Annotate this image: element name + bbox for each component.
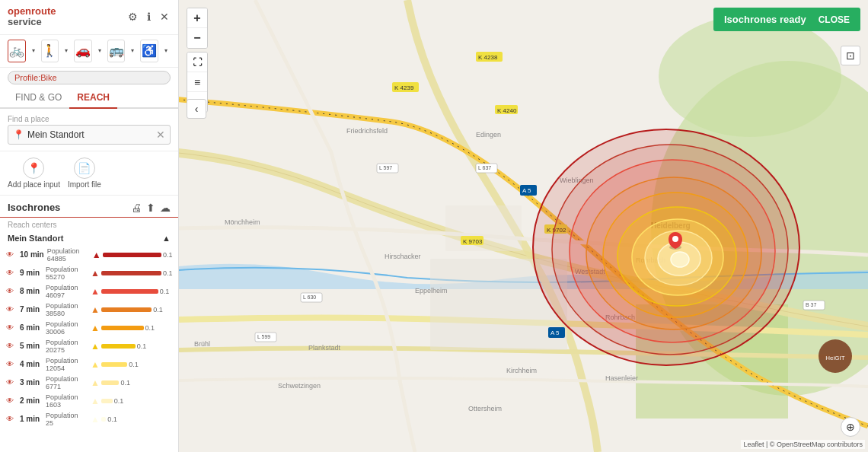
add-place-button[interactable]: 📍 Add place input: [8, 158, 60, 189]
profile-icons-row: 🚲 ▾ 🚶 ▾ 🚗 ▾ 🚌 ▾ ♿ ▾: [0, 35, 178, 68]
layers-button[interactable]: ≡: [187, 72, 207, 92]
svg-text:Plankstadt: Plankstadt: [308, 344, 341, 352]
map-attribution: Leaflet | © OpenStreetMap contributors: [741, 440, 865, 449]
iso-row: 👁 4 min Population12054 ▲ 0.1: [5, 355, 174, 374]
header-icons: ⚙ ℹ ✕: [126, 9, 171, 24]
tabs: FIND & GO REACH: [0, 88, 178, 109]
iso-triangle-icon: ▲: [91, 304, 100, 315]
logo-part1: openroute: [8, 5, 56, 17]
iso-visibility-icon[interactable]: 👁: [6, 342, 17, 350]
iso-row: 👁 6 min Population30006 ▲ 0.1: [5, 319, 174, 337]
tab-reach[interactable]: REACH: [69, 88, 117, 109]
search-input[interactable]: [27, 129, 156, 140]
iso-visibility-icon[interactable]: 👁: [6, 305, 17, 314]
car-dropdown[interactable]: ▾: [95, 46, 104, 56]
iso-triangle-icon: ▲: [91, 323, 100, 333]
iso-population: Population46097: [46, 284, 88, 299]
iso-visibility-icon[interactable]: 👁: [6, 250, 17, 259]
iso-visibility-icon[interactable]: 👁: [6, 378, 17, 387]
bike-dropdown[interactable]: ▾: [29, 46, 38, 56]
iso-value: 0.1: [153, 306, 163, 314]
profile-badge[interactable]: Profile:Bike: [8, 71, 171, 84]
search-clear-button[interactable]: ✕: [156, 129, 165, 141]
iso-bar-wrap: ▲ 0.1: [91, 323, 172, 333]
tab-find-go[interactable]: FIND & GO: [8, 88, 69, 109]
iso-triangle-icon: ▲: [91, 286, 100, 297]
iso-time-label: 4 min: [20, 360, 43, 368]
zoom-in-button[interactable]: +: [187, 8, 207, 28]
iso-time-label: 1 min: [20, 415, 43, 423]
zoom-controls: + −: [187, 8, 208, 49]
iso-visibility-icon[interactable]: 👁: [6, 415, 17, 423]
center-header[interactable]: Mein Standort ▲: [8, 232, 171, 244]
iso-value: 0.1: [163, 269, 172, 277]
print-button[interactable]: 🖨: [131, 202, 142, 214]
iso-bar: [101, 362, 127, 367]
iso-bar-wrap: ▲ 0.1: [91, 304, 172, 315]
iso-bar: [101, 307, 152, 312]
svg-text:Brühl: Brühl: [194, 340, 210, 348]
iso-bar: [101, 344, 136, 349]
map[interactable]: Mönchheim Eppelheim Plankstadt Brühl Edi…: [179, 0, 868, 452]
svg-text:K 9703: K 9703: [463, 238, 483, 245]
map-back-button[interactable]: ‹: [187, 99, 206, 119]
locate-button[interactable]: ⊕: [841, 417, 860, 437]
profile-bus[interactable]: 🚌: [107, 40, 126, 62]
add-place-label: Add place input: [8, 180, 60, 189]
isochrones-actions: 🖨 ⬆ ☁: [131, 202, 171, 214]
iso-bar-wrap: ▲ 0.1: [91, 359, 172, 370]
iso-row: 👁 2 min Population1603 ▲ 0.1: [5, 392, 174, 410]
svg-text:Schwetzingen: Schwetzingen: [278, 382, 321, 390]
iso-population: Population6771: [46, 375, 88, 390]
iso-bar: [101, 271, 161, 275]
svg-text:Edingen: Edingen: [476, 131, 501, 138]
share-button[interactable]: ⬆: [146, 202, 155, 214]
center-collapse-icon: ▲: [162, 234, 171, 243]
profile-car[interactable]: 🚗: [74, 40, 92, 62]
profile-accessible[interactable]: ♿: [140, 40, 158, 62]
center-item: Mein Standort ▲: [0, 231, 178, 246]
iso-population: Population64885: [47, 247, 89, 263]
iso-row: 👁 8 min Population46097 ▲ 0.1: [5, 282, 174, 301]
profile-bike[interactable]: 🚲: [8, 40, 26, 62]
sidebar-header: openroute service ⚙ ℹ ✕: [0, 0, 178, 35]
iso-time-label: 7 min: [20, 305, 43, 314]
svg-text:Kirchheim: Kirchheim: [506, 367, 537, 374]
iso-triangle-icon: ▲: [91, 396, 100, 406]
import-file-button[interactable]: 📄 Import file: [68, 158, 101, 189]
screenshot-button[interactable]: ⊡: [841, 46, 860, 65]
iso-visibility-icon[interactable]: 👁: [6, 323, 17, 332]
svg-point-2: [659, 15, 841, 137]
reach-centers-label: Reach centers: [0, 218, 178, 231]
iso-visibility-icon[interactable]: 👁: [6, 360, 17, 368]
isochrones-section-header: Isochrones 🖨 ⬆ ☁: [0, 196, 178, 218]
profile-walk[interactable]: 🚶: [41, 40, 59, 62]
info-button[interactable]: ℹ: [145, 9, 152, 24]
notification-close-button[interactable]: CLOSE: [819, 14, 850, 25]
save-button[interactable]: ☁: [160, 202, 171, 214]
svg-rect-5: [445, 205, 522, 251]
svg-text:K 4238: K 4238: [478, 54, 498, 61]
svg-text:L 637: L 637: [478, 165, 491, 170]
iso-visibility-icon[interactable]: 👁: [6, 396, 17, 405]
settings-button[interactable]: ⚙: [126, 9, 139, 24]
zoom-out-button[interactable]: −: [187, 28, 207, 48]
close-sidebar-button[interactable]: ✕: [158, 9, 171, 24]
accessible-dropdown[interactable]: ▾: [161, 46, 171, 56]
iso-visibility-icon[interactable]: 👁: [6, 287, 17, 295]
iso-triangle-icon: ▲: [91, 377, 100, 388]
fullscreen-button[interactable]: ⛶: [187, 53, 207, 72]
iso-triangle-icon: ▲: [91, 414, 100, 425]
search-input-wrap: 📍 ✕: [8, 125, 171, 145]
iso-bar-wrap: ▲ 0.1: [91, 286, 172, 297]
walk-dropdown[interactable]: ▾: [62, 46, 71, 56]
svg-text:A 5: A 5: [550, 329, 560, 336]
iso-visibility-icon[interactable]: 👁: [6, 269, 17, 277]
bus-dropdown[interactable]: ▾: [128, 46, 137, 56]
iso-triangle-icon: ▲: [91, 359, 100, 370]
iso-time-label: 6 min: [20, 323, 43, 332]
iso-row: 👁 7 min Population38580 ▲ 0.1: [5, 301, 174, 319]
iso-value: 0.1: [137, 342, 147, 350]
iso-value: 0.1: [145, 324, 155, 332]
iso-population: Population20275: [46, 339, 88, 354]
